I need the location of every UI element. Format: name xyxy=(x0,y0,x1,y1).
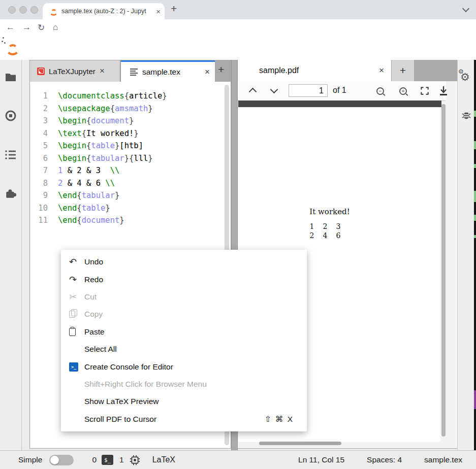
jupyter-favicon xyxy=(49,7,57,16)
jupyterlab-menubar: FileEditViewRunKernelTabsSettingsHelp xyxy=(0,37,476,60)
reload-button[interactable]: ↻ xyxy=(38,22,45,33)
pdf-table-cell: 2 xyxy=(319,222,332,231)
kernel-chip-icon[interactable] xyxy=(130,455,140,465)
menu-item-create-console-for-editor[interactable]: >_Create Console for Editor xyxy=(61,358,307,375)
image-viewer-icon xyxy=(37,68,45,75)
download-icon[interactable] xyxy=(439,86,448,96)
menu-item-select-all[interactable]: Select All xyxy=(61,341,307,358)
code-line[interactable]: \text{It worked!} xyxy=(58,127,224,140)
menu-item-label: Undo xyxy=(84,257,103,266)
home-button[interactable]: ⌂ xyxy=(53,22,58,32)
menu-item-paste[interactable]: Paste xyxy=(61,323,307,341)
simple-mode-label: Simple xyxy=(18,455,42,464)
code-editor[interactable]: \documentclass{article}\usepackage{amsma… xyxy=(54,82,224,227)
menu-item-show-latex-preview[interactable]: Show LaTeX Preview xyxy=(61,393,307,410)
right-activity-bar: ⚙ ⚙ xyxy=(457,60,474,450)
current-filename: sample.tex xyxy=(424,455,462,464)
tab-sample-tex[interactable]: sample.tex × xyxy=(121,60,215,82)
browser-tab-title: sample.tex (auto-Z : 2) - Jupyt xyxy=(61,8,154,15)
code-line[interactable]: \begin{table}[htb] xyxy=(58,140,224,152)
pdf-horizontal-scrollbar[interactable] xyxy=(259,442,341,445)
close-icon[interactable]: × xyxy=(379,65,384,76)
cursor-position[interactable]: Ln 11, Col 15 xyxy=(298,455,344,464)
line-number: 1 xyxy=(30,90,54,103)
line-number: 7 xyxy=(30,164,54,177)
console-icon: >_ xyxy=(69,362,82,372)
redo-icon: ↷ xyxy=(69,274,82,285)
tab-sample-pdf[interactable]: sample.pdf × xyxy=(238,60,391,81)
indent-setting[interactable]: Spaces: 4 xyxy=(367,455,402,464)
running-kernels-icon[interactable] xyxy=(5,110,17,122)
menu-item-label: Paste xyxy=(84,327,105,337)
window-minimize-button[interactable] xyxy=(19,6,27,14)
line-number-gutter: 1234567891011 xyxy=(30,82,54,227)
pdf-vertical-scrollbar[interactable] xyxy=(441,104,446,437)
kernels-count[interactable]: 1 xyxy=(119,455,124,464)
page-number-input[interactable] xyxy=(289,84,328,97)
tab-label: sample.tex xyxy=(142,68,203,77)
code-line[interactable]: \begin{tabular}{lll} xyxy=(58,152,224,165)
line-number: 4 xyxy=(30,127,54,140)
menu-item-redo[interactable]: ↷Redo xyxy=(61,271,307,288)
code-line[interactable]: \usepackage{amsmath} xyxy=(58,103,224,115)
window-close-button[interactable] xyxy=(8,6,16,14)
tab-close-icon[interactable]: × xyxy=(156,8,161,15)
chevron-down-icon[interactable] xyxy=(462,5,469,12)
copy-icon xyxy=(69,311,82,318)
table-of-contents-icon[interactable] xyxy=(5,149,17,160)
menu-item-scroll-pdf-to-cursor[interactable]: Scroll PDF to Cursor⇧ ⌘ X xyxy=(61,411,307,428)
code-line[interactable]: 1 & 2 & 3 \\ xyxy=(58,164,224,177)
pdf-table-cell: 2 xyxy=(305,231,319,240)
menu-item-undo[interactable]: ↶Undo xyxy=(61,253,307,271)
close-icon[interactable]: × xyxy=(100,66,105,76)
zoom-out-icon[interactable]: − xyxy=(376,87,384,95)
code-line[interactable]: \begin{document} xyxy=(58,115,224,127)
back-button[interactable]: ← xyxy=(6,22,15,32)
close-icon[interactable]: × xyxy=(205,67,210,77)
forward-button[interactable]: → xyxy=(22,22,31,32)
simple-mode-toggle[interactable] xyxy=(49,455,74,465)
editor-tab-bar: LaTeXJupyter × sample.tex × + xyxy=(30,60,231,82)
line-number: 6 xyxy=(30,152,54,165)
menu-item-cut: ✂Cut xyxy=(61,288,307,306)
cut-icon: ✂ xyxy=(69,291,82,303)
code-line[interactable]: \end{tabular} xyxy=(58,189,224,202)
add-tab-button[interactable]: + xyxy=(392,60,414,81)
line-number: 8 xyxy=(30,177,54,190)
text-editor-icon xyxy=(130,68,138,77)
extension-manager-icon[interactable] xyxy=(5,187,17,199)
code-line[interactable]: \end{table} xyxy=(58,202,224,215)
debugger-bug-icon[interactable] xyxy=(461,110,472,121)
terminal-icon[interactable]: $_ xyxy=(102,455,113,465)
menu-item-label: Create Console for Editor xyxy=(84,362,173,372)
property-inspector-small-gear-icon: ⚙ xyxy=(458,68,464,75)
add-tab-button[interactable]: + xyxy=(218,63,224,76)
page-count-label: of 1 xyxy=(333,86,346,95)
code-line[interactable]: 2 & 4 & 6 \\ xyxy=(58,177,224,190)
line-number: 11 xyxy=(30,214,54,227)
menu-item-label: Scroll PDF to Cursor xyxy=(84,415,156,424)
pdf-toolbar: of 1 − + xyxy=(238,81,446,101)
code-line[interactable]: \end{document} xyxy=(58,214,224,227)
background-window-artifact xyxy=(474,390,476,409)
code-line[interactable]: \documentclass{article} xyxy=(58,90,224,103)
pdf-document-table: 123246 xyxy=(305,222,345,240)
pdf-viewer-header xyxy=(238,100,441,107)
paste-icon xyxy=(69,328,82,336)
new-tab-button[interactable]: + xyxy=(171,3,177,15)
window-zoom-button[interactable] xyxy=(30,6,38,14)
menu-item-label: Select All xyxy=(84,345,117,354)
browser-tab[interactable]: sample.tex (auto-Z : 2) - Jupyt × xyxy=(43,3,165,19)
zoom-in-icon[interactable]: + xyxy=(399,87,407,95)
file-browser-icon[interactable] xyxy=(5,71,17,83)
menu-item-label: Show LaTeX Preview xyxy=(84,397,158,406)
terminals-count[interactable]: 0 xyxy=(92,455,97,464)
pdf-tab-bar: sample.pdf × + xyxy=(238,60,457,81)
line-number: 3 xyxy=(30,115,54,127)
fit-page-icon[interactable] xyxy=(420,86,430,96)
menu-item-shift-right-click-for-browser-menu: Shift+Right Click for Browser Menu xyxy=(61,376,307,393)
previous-page-icon[interactable] xyxy=(249,88,257,96)
language-indicator[interactable]: LaTeX xyxy=(152,455,175,464)
tab-latex-preview[interactable]: LaTeXJupyter × xyxy=(30,60,120,82)
next-page-icon[interactable] xyxy=(270,86,278,94)
